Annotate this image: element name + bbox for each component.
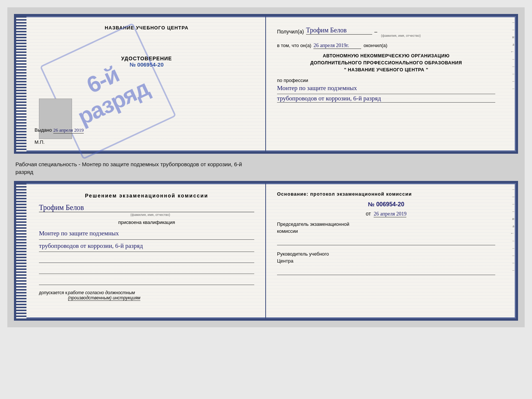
- poluchil-label: Получил(a): [277, 29, 304, 35]
- udostoverenie-block: УДОСТОВЕРЕНИЕ № 006954-20: [121, 56, 172, 68]
- ot-date-value: 26 апреля 2019: [374, 211, 406, 217]
- org-name-open: ": [344, 67, 346, 72]
- predsedatel-line2: комиссии: [277, 228, 495, 235]
- poluchil-name: Трофим Белов: [306, 26, 372, 35]
- rukovoditel-block: Руководитель учебного Центра: [277, 250, 495, 275]
- poluchil-dash: –: [374, 29, 377, 35]
- dopuskaetsya-prefix: допускается к: [39, 290, 67, 301]
- bottom-doc-left: Решением экзаменационной комиссии Трофим…: [16, 183, 266, 318]
- protocol-number: № 006954-20: [277, 201, 495, 208]
- vtom-row: в том, что он(а) 26 апреля 2019г. окончи…: [277, 43, 495, 49]
- org-name-line: " НАЗВАНИЕ УЧЕБНОГО ЦЕНТРА ": [277, 67, 495, 74]
- bottom-name-hint: (фамилия, имя, отчество): [46, 213, 254, 217]
- org-line1: АВТОНОМНУЮ НЕКОММЕРЧЕСКУЮ ОРГАНИЗАЦИЮ: [277, 53, 495, 60]
- dopuskaetsya-row: допускается к работе согласно должностны…: [39, 290, 254, 301]
- mp-row: М.П.: [35, 139, 44, 145]
- okончил-label: окончил(а): [363, 43, 387, 48]
- top-center-title: НАЗВАНИЕ УЧЕБНОГО ЦЕНТРА: [105, 25, 188, 31]
- bottom-left-content: Решением экзаменационной комиссии Трофим…: [27, 192, 254, 301]
- profession-line2-top: трубопроводов от коррозии, 6-й разряд: [277, 95, 495, 103]
- right-dashes-top: – – и а ← – – – – –: [507, 16, 514, 152]
- top-doc-left: НАЗВАНИЕ УЧЕБНОГО ЦЕНТРА 6-й разряд УДОС…: [16, 16, 266, 152]
- resheniem-title: Решением экзаменационной комиссии: [39, 192, 254, 200]
- diagonal-stamp: 6-й разряд: [40, 23, 176, 160]
- bottom-profession-line1: Монтер по защите подземных: [39, 228, 254, 240]
- prisvoena-row: присвоена квалификация: [39, 220, 254, 225]
- org-name: НАЗВАНИЕ УЧЕБНОГО ЦЕНТРА: [348, 67, 424, 72]
- bottom-document: Решением экзаменационной комиссии Трофим…: [14, 181, 518, 321]
- blank-line-1: [39, 254, 254, 263]
- bottom-right-content: Основание: протокол экзаменационной коми…: [277, 190, 505, 275]
- rukovoditel-signature: [277, 266, 495, 275]
- blank-line-3: [39, 276, 254, 285]
- between-text-1: Рабочая специальность - Монтер по защите…: [15, 160, 518, 168]
- vydano-label: Выдано: [35, 127, 52, 133]
- right-dashes-bottom: – – – – и а ← – – – – –: [507, 183, 514, 318]
- bottom-left-strip: [16, 183, 26, 318]
- osnovanie-block: Основание: протокол экзаменационной коми…: [277, 190, 495, 198]
- bottom-name: Трофим Белов: [39, 203, 254, 212]
- bottom-doc-right: Основание: протокол экзаменационной коми…: [266, 183, 516, 318]
- top-document: НАЗВАНИЕ УЧЕБНОГО ЦЕНТРА 6-й разряд УДОС…: [14, 14, 518, 154]
- org-line2: ДОПОЛНИТЕЛЬНОГО ПРОФЕССИОНАЛЬНОГО ОБРАЗО…: [277, 60, 495, 67]
- poluchil-row: Получил(a) Трофим Белов –: [277, 26, 495, 35]
- blank-line-2: [39, 265, 254, 274]
- rukovoditel-line1: Руководитель учебного: [277, 250, 495, 258]
- between-label: Рабочая специальность - Монтер по защите…: [14, 158, 518, 177]
- predsedatel-block: Председатель экзаменационной комиссии: [277, 221, 495, 245]
- left-strip: [16, 16, 26, 152]
- vydano-date: 26 апреля 2019: [53, 127, 84, 133]
- predsedatel-line1: Председатель экзаменационной: [277, 221, 495, 228]
- udostoverenie-number: № 006954-20: [121, 61, 172, 68]
- vydano-row: Выдано 26 апреля 2019: [35, 127, 84, 133]
- org-name-close: ": [426, 67, 428, 72]
- rukovoditel-line2: Центра: [277, 257, 495, 265]
- top-right-content: Получил(a) Трофим Белов – (фамилия, имя,…: [277, 24, 505, 103]
- top-left-content: НАЗВАНИЕ УЧЕБНОГО ЦЕНТРА 6-й разряд УДОС…: [27, 25, 254, 68]
- page-wrapper: НАЗВАНИЕ УЧЕБНОГО ЦЕНТРА 6-й разряд УДОС…: [7, 7, 525, 327]
- po-professii: по профессии: [277, 78, 495, 83]
- vtom-label: в том, что он(а): [277, 43, 311, 48]
- udostoverenie-label: УДОСТОВЕРЕНИЕ: [121, 56, 172, 61]
- org-block: АВТОНОМНУЮ НЕКОММЕРЧЕСКУЮ ОРГАНИЗАЦИЮ ДО…: [277, 53, 495, 73]
- vtom-date: 26 апреля 2019г.: [313, 43, 361, 49]
- profession-line1-top: Монтер по защите подземных: [277, 83, 495, 94]
- ot-date-row: от 26 апреля 2019: [277, 211, 495, 217]
- ot-label: от: [366, 211, 371, 217]
- mp-label: М.П.: [35, 139, 44, 145]
- bottom-profession-line2: трубопроводов от коррозии, 6-й разряд: [39, 241, 254, 252]
- dopuskaetsya-text: работе согласно должностным (производств…: [68, 290, 140, 301]
- predsedatel-signature: [277, 236, 495, 245]
- between-text-2: разряд: [15, 168, 518, 176]
- top-doc-right: Получил(a) Трофим Белов – (фамилия, имя,…: [266, 16, 516, 152]
